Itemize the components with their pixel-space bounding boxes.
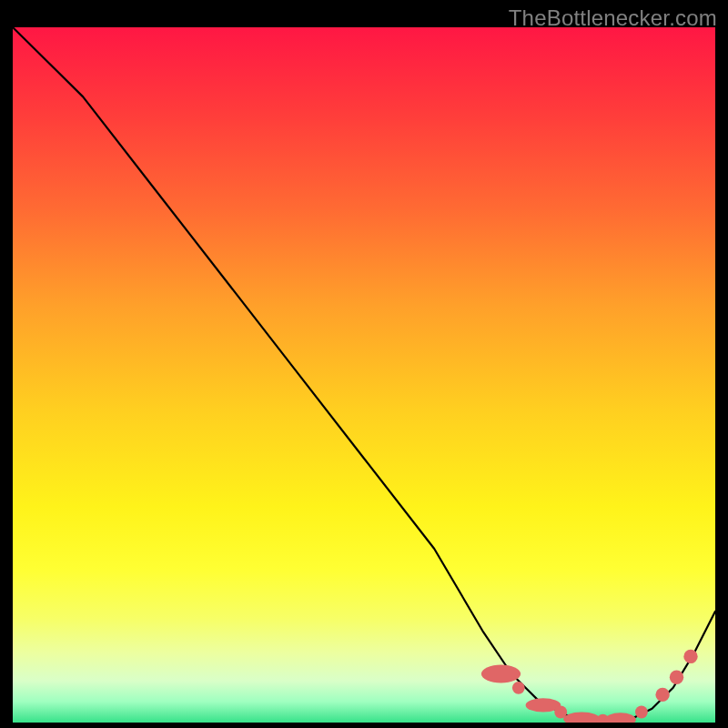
data-dot bbox=[635, 706, 648, 719]
bottleneck-chart bbox=[13, 27, 715, 723]
gradient-background bbox=[13, 27, 715, 723]
data-dot bbox=[683, 650, 697, 663]
watermark-text: TheBottlenecker.com bbox=[509, 5, 717, 31]
data-dot bbox=[655, 688, 669, 702]
data-blob bbox=[481, 665, 521, 683]
data-dot bbox=[670, 671, 683, 684]
data-dot bbox=[512, 682, 525, 694]
